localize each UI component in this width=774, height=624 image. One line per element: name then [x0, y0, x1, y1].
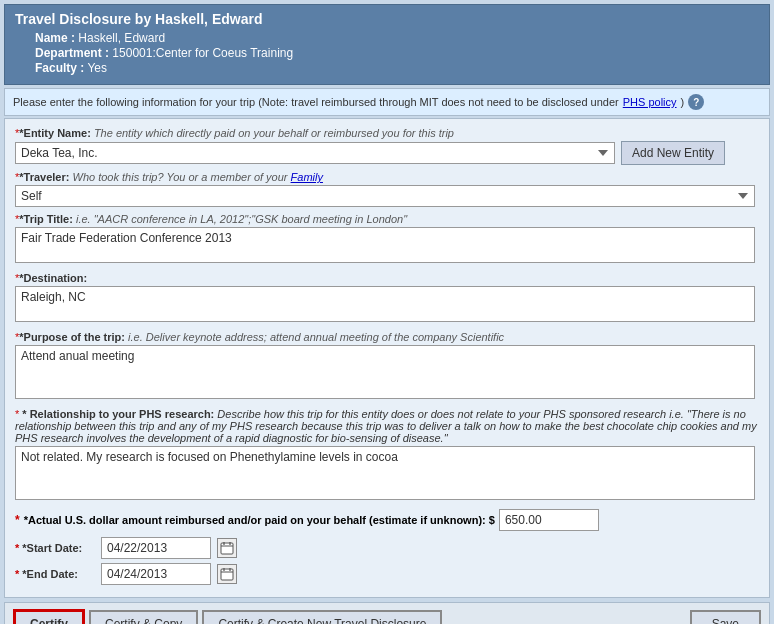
start-date-row: * *Start Date:: [15, 537, 759, 559]
trip-title-label: **Trip Title: i.e. "AACR conference in L…: [15, 213, 759, 225]
certify-button[interactable]: Certify: [13, 609, 85, 624]
traveler-label: **Traveler: Who took this trip? You or a…: [15, 171, 759, 183]
destination-input[interactable]: Raleigh, NC: [15, 286, 755, 322]
start-date-input[interactable]: [101, 537, 211, 559]
end-date-row: * *End Date:: [15, 563, 759, 585]
destination-label: **Destination:: [15, 272, 759, 284]
form-section: **Entity Name: The entity which directly…: [4, 118, 770, 598]
info-text: Please enter the following information f…: [13, 96, 619, 108]
entity-name-label: **Entity Name: The entity which directly…: [15, 127, 759, 139]
header-faculty: Faculty : Yes: [35, 61, 759, 75]
header-section: Travel Disclosure by Haskell, Edward Nam…: [4, 4, 770, 85]
add-entity-button[interactable]: Add New Entity: [621, 141, 725, 165]
family-link[interactable]: Family: [291, 171, 323, 183]
footer-bar: Certify Certify & Copy Certify & Create …: [4, 602, 770, 624]
header-department: Department : 150001:Center for Coeus Tra…: [35, 46, 759, 60]
entity-name-select[interactable]: Deka Tea, Inc.: [15, 142, 615, 164]
amount-input[interactable]: 650.00: [499, 509, 599, 531]
trip-title-row: **Trip Title: i.e. "AACR conference in L…: [15, 213, 759, 266]
traveler-row: **Traveler: Who took this trip? You or a…: [15, 171, 759, 207]
entity-name-input-row: Deka Tea, Inc. Add New Entity: [15, 141, 759, 165]
end-date-input[interactable]: [101, 563, 211, 585]
page-container: Travel Disclosure by Haskell, Edward Nam…: [0, 0, 774, 624]
phs-input[interactable]: Not related. My research is focused on <…: [15, 446, 755, 500]
page-title: Travel Disclosure by Haskell, Edward: [15, 11, 759, 27]
start-date-label: * *Start Date:: [15, 542, 95, 554]
entity-name-row: **Entity Name: The entity which directly…: [15, 127, 759, 165]
save-button[interactable]: Save: [690, 610, 761, 624]
amount-input-row: * *Actual U.S. dollar amount reimbursed …: [15, 509, 759, 531]
certify-copy-button[interactable]: Certify & Copy: [89, 610, 198, 624]
purpose-label: **Purpose of the trip: i.e. Deliver keyn…: [15, 331, 759, 343]
info-bar: Please enter the following information f…: [4, 88, 770, 116]
trip-title-input[interactable]: Fair Trade Federation Conference 2013: [15, 227, 755, 263]
end-date-label: * *End Date:: [15, 568, 95, 580]
purpose-row: **Purpose of the trip: i.e. Deliver keyn…: [15, 331, 759, 402]
destination-row: **Destination: Raleigh, NC: [15, 272, 759, 325]
purpose-input[interactable]: Attend anual meeting: [15, 345, 755, 399]
amount-row: * *Actual U.S. dollar amount reimbursed …: [15, 509, 759, 531]
end-date-calendar-icon[interactable]: [217, 564, 237, 584]
svg-rect-4: [221, 569, 233, 580]
svg-rect-0: [221, 543, 233, 554]
certify-create-button[interactable]: Certify & Create New Travel Disclosure: [202, 610, 442, 624]
phs-policy-link[interactable]: PHS policy: [623, 96, 677, 108]
phs-row: * * Relationship to your PHS research: D…: [15, 408, 759, 503]
phs-label: * * Relationship to your PHS research: D…: [15, 408, 759, 444]
start-date-calendar-icon[interactable]: [217, 538, 237, 558]
help-icon[interactable]: ?: [688, 94, 704, 110]
header-name: Name : Haskell, Edward: [35, 31, 759, 45]
header-info: Name : Haskell, Edward Department : 1500…: [35, 31, 759, 75]
traveler-select[interactable]: Self: [15, 185, 755, 207]
amount-label: *Actual U.S. dollar amount reimbursed an…: [24, 514, 495, 526]
info-text-end: ): [681, 96, 685, 108]
